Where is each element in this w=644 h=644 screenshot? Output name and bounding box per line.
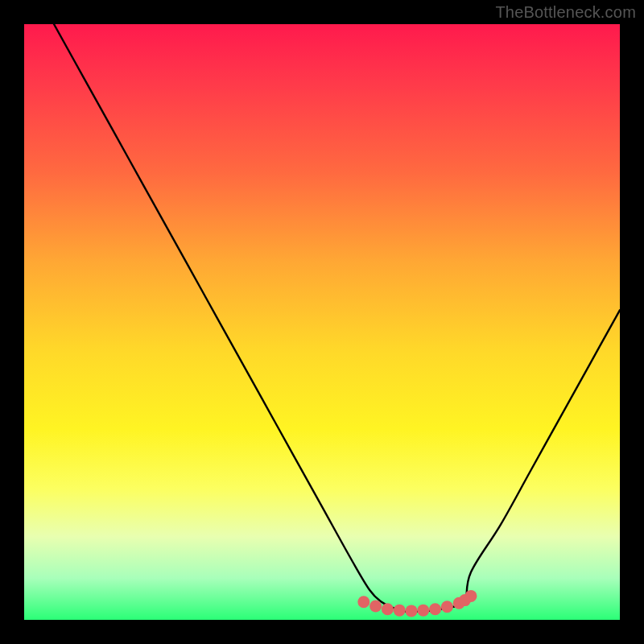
- attribution-text: TheBottleneck.com: [495, 3, 636, 22]
- bottleneck-plot: [24, 24, 620, 620]
- flat-dot: [459, 594, 471, 606]
- flat-dot: [453, 597, 465, 609]
- flat-dot: [357, 596, 369, 608]
- flat-dot: [394, 605, 406, 617]
- flat-dot: [417, 605, 429, 617]
- flat-dot: [369, 600, 382, 612]
- flat-region-dots: [357, 590, 477, 617]
- bottleneck-curve: [54, 24, 620, 612]
- flat-dot: [429, 603, 441, 615]
- flat-dot: [465, 590, 477, 602]
- chart-frame: TheBottleneck.com: [0, 0, 644, 644]
- flat-dot: [406, 605, 418, 617]
- flat-dot: [382, 603, 394, 615]
- flat-dot: [441, 601, 453, 613]
- plot-svg: [24, 24, 620, 620]
